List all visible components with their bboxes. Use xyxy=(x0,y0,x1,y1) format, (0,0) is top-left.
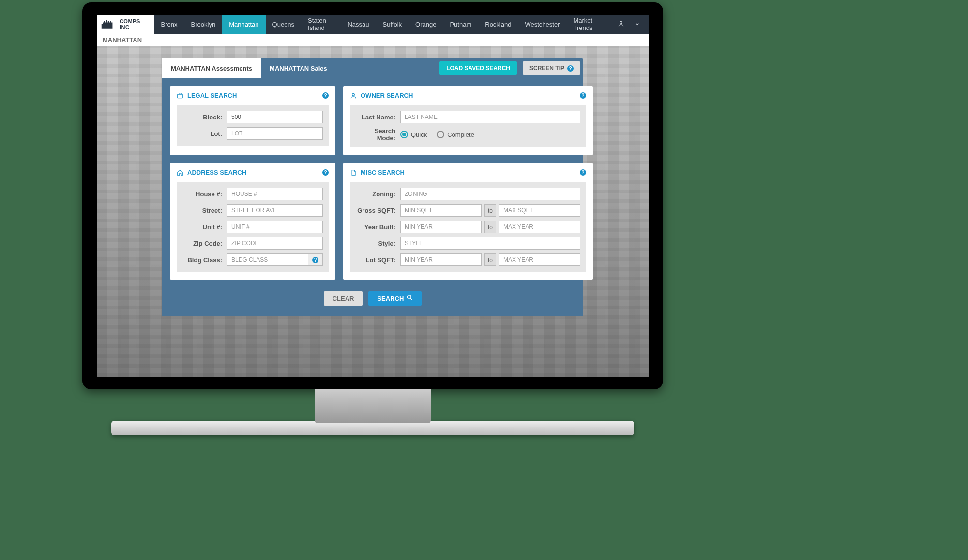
nav-item-brooklyn[interactable]: Brooklyn xyxy=(184,15,223,34)
zoning-label: Zoning: xyxy=(356,191,400,198)
nav-item-suffolk[interactable]: Suffolk xyxy=(376,15,409,34)
radio-quick[interactable]: Quick xyxy=(400,131,427,138)
help-icon[interactable]: ? xyxy=(580,92,586,99)
zip-label: Zip Code: xyxy=(182,240,227,247)
search-button[interactable]: SEARCH xyxy=(368,291,422,306)
search-mode-label: Search Mode: xyxy=(356,127,400,142)
lastname-input[interactable] xyxy=(400,111,580,123)
lot-label: Lot: xyxy=(182,130,227,137)
chevron-down-icon xyxy=(635,21,640,28)
monitor-base xyxy=(111,421,634,435)
screen: COMPS INC BronxBrooklynManhattanQueensSt… xyxy=(97,15,649,377)
year-max-input[interactable] xyxy=(499,221,580,233)
help-icon: ? xyxy=(312,257,318,263)
year-min-input[interactable] xyxy=(400,221,482,233)
tab-strip: MANHATTAN Assessments MANHATTAN Sales LO… xyxy=(162,58,583,78)
range-separator: to xyxy=(484,221,496,233)
gross-min-input[interactable] xyxy=(400,204,482,217)
clear-button[interactable]: CLEAR xyxy=(324,291,363,306)
card-title: OWNER SEARCH xyxy=(361,92,413,99)
breadcrumb: MANHATTAN xyxy=(97,34,649,46)
range-separator: to xyxy=(484,204,496,217)
nav-item-nassau[interactable]: Nassau xyxy=(341,15,376,34)
screen-tip-button[interactable]: SCREEN TIP ? xyxy=(523,61,580,75)
style-label: Style: xyxy=(356,240,400,247)
legal-search-card: LEGAL SEARCH ? Block: Lot: xyxy=(170,86,335,155)
nav-item-queens[interactable]: Queens xyxy=(266,15,302,34)
unit-input[interactable] xyxy=(227,221,323,233)
nav-item-bronx[interactable]: Bronx xyxy=(154,15,184,34)
skyline-icon xyxy=(101,19,118,29)
card-title: LEGAL SEARCH xyxy=(187,92,237,99)
help-icon: ? xyxy=(567,65,574,72)
misc-search-card: MISC SEARCH ? Zoning: Gross SQFT:to Year… xyxy=(343,163,593,280)
svg-rect-1 xyxy=(178,94,183,98)
svg-point-2 xyxy=(352,93,355,96)
card-title: MISC SEARCH xyxy=(361,169,405,176)
nav-item-orange[interactable]: Orange xyxy=(408,15,443,34)
gross-max-input[interactable] xyxy=(499,204,580,217)
help-icon[interactable]: ? xyxy=(322,92,329,99)
nav-item-staten-island[interactable]: Staten Island xyxy=(301,15,341,34)
user-menu[interactable] xyxy=(609,20,649,29)
radio-complete[interactable]: Complete xyxy=(437,131,474,138)
lastname-label: Last Name: xyxy=(356,114,400,121)
block-label: Block: xyxy=(182,114,227,121)
zoning-input[interactable] xyxy=(400,188,580,200)
svg-point-0 xyxy=(620,21,622,24)
address-search-card: ADDRESS SEARCH ? House #: Street: Unit #… xyxy=(170,163,335,280)
house-label: House #: xyxy=(182,191,227,198)
bldg-class-help-button[interactable]: ? xyxy=(308,253,323,266)
range-separator: to xyxy=(484,253,496,266)
block-input[interactable] xyxy=(227,111,323,123)
action-row: CLEAR SEARCH xyxy=(162,284,583,316)
person-icon xyxy=(350,92,357,99)
lot-sqft-label: Lot SQFT: xyxy=(356,256,400,264)
breadcrumb-text: MANHATTAN xyxy=(103,36,142,44)
user-icon xyxy=(618,20,624,29)
nav-item-market-trends[interactable]: Market Trends xyxy=(566,15,609,34)
style-input[interactable] xyxy=(400,237,580,250)
tab-assessments[interactable]: MANHATTAN Assessments xyxy=(162,58,261,78)
house-input[interactable] xyxy=(227,188,323,200)
lot-min-input[interactable] xyxy=(400,253,482,266)
help-icon[interactable]: ? xyxy=(580,169,586,176)
briefcase-icon xyxy=(177,92,183,99)
lot-input[interactable] xyxy=(227,127,323,140)
help-icon[interactable]: ? xyxy=(322,169,329,176)
unit-label: Unit #: xyxy=(182,223,227,231)
top-navigation: COMPS INC BronxBrooklynManhattanQueensSt… xyxy=(97,15,649,34)
home-icon xyxy=(177,169,183,176)
year-built-label: Year Built: xyxy=(356,223,400,231)
zip-input[interactable] xyxy=(227,237,323,250)
logo-text: COMPS INC xyxy=(120,18,151,30)
document-icon xyxy=(350,169,357,176)
svg-point-3 xyxy=(408,295,411,299)
gross-sqft-label: Gross SQFT: xyxy=(356,207,400,214)
street-label: Street: xyxy=(182,207,227,214)
card-title: ADDRESS SEARCH xyxy=(187,169,246,176)
nav-item-westchester[interactable]: Westchester xyxy=(518,15,566,34)
lot-max-input[interactable] xyxy=(499,253,580,266)
nav-item-putnam[interactable]: Putnam xyxy=(443,15,478,34)
nav-item-rockland[interactable]: Rockland xyxy=(478,15,518,34)
bldg-class-label: Bldg Class: xyxy=(182,256,227,264)
owner-search-card: OWNER SEARCH ? Last Name: Search Mode: xyxy=(343,86,593,155)
bldg-class-input[interactable] xyxy=(227,253,308,266)
nav-item-manhattan[interactable]: Manhattan xyxy=(222,15,265,34)
nav-list: BronxBrooklynManhattanQueensStaten Islan… xyxy=(154,15,609,34)
search-form-container: MANHATTAN Assessments MANHATTAN Sales LO… xyxy=(162,58,583,316)
logo[interactable]: COMPS INC xyxy=(97,15,154,34)
monitor-frame: COMPS INC BronxBrooklynManhattanQueensSt… xyxy=(82,2,663,389)
panel-grid: LEGAL SEARCH ? Block: Lot: xyxy=(162,78,583,284)
load-saved-search-button[interactable]: LOAD SAVED SEARCH xyxy=(439,61,517,75)
search-icon xyxy=(407,295,413,302)
tab-sales[interactable]: MANHATTAN Sales xyxy=(261,58,336,78)
street-input[interactable] xyxy=(227,204,323,217)
